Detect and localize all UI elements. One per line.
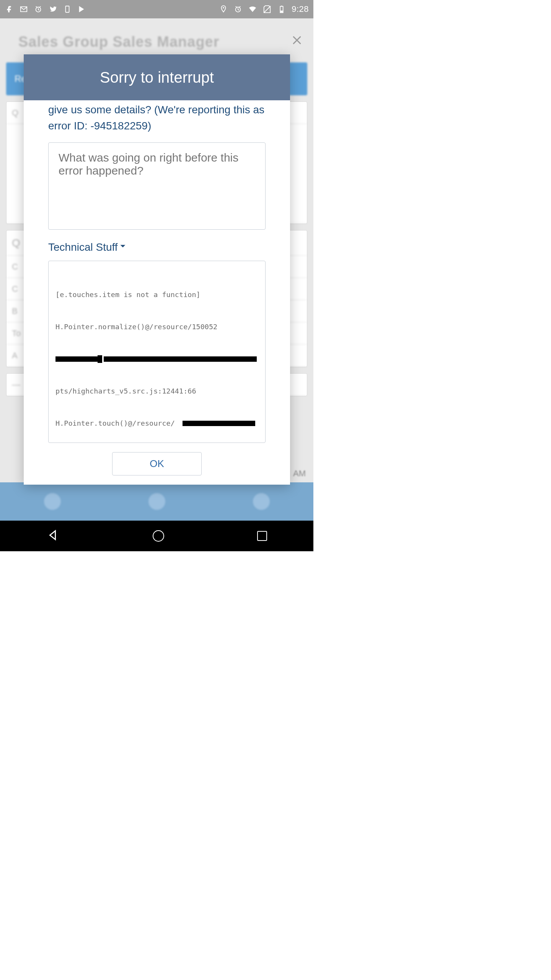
wifi-icon <box>248 5 257 14</box>
redaction-bar <box>55 356 98 362</box>
bp-bottom-icon <box>44 493 61 510</box>
stack-line: pts/highcharts_v5.src.js:12441:66 <box>55 387 196 395</box>
stack-line: H.Pointer.touch()@/resource/ <box>55 419 175 427</box>
technical-stuff-label: Technical Stuff <box>48 241 118 253</box>
bp-bottom-icon <box>253 493 270 510</box>
status-right: 9:28 <box>219 4 309 14</box>
chevron-down-icon <box>118 241 128 254</box>
close-icon[interactable] <box>291 34 303 46</box>
svg-rect-5 <box>280 11 283 13</box>
location-icon <box>219 5 228 14</box>
feedback-input[interactable] <box>48 142 266 230</box>
svg-point-2 <box>223 7 224 9</box>
bp-header-text: Sales Group Sales Manager <box>18 34 220 50</box>
modal-body: give us some details? (We're reporting t… <box>24 100 290 485</box>
modal-title: Sorry to interrupt <box>24 54 290 100</box>
facebook-icon <box>5 5 14 14</box>
technical-details-box[interactable]: [e.touches.item is not a function] H.Poi… <box>48 261 266 443</box>
battery-icon <box>277 5 286 14</box>
google-play-icon <box>77 5 86 14</box>
redaction-bar <box>183 421 255 426</box>
android-nav-bar <box>0 521 313 551</box>
status-time: 9:28 <box>292 4 309 14</box>
technical-stuff-toggle[interactable]: Technical Stuff <box>48 241 266 254</box>
stack-line: [e.touches.item is not a function] <box>55 291 201 299</box>
alarm-icon <box>34 5 43 14</box>
twitter-icon <box>48 5 57 14</box>
bp-bottom-icon <box>148 493 165 510</box>
redaction-bar <box>104 356 257 362</box>
bp-timestamp: AM <box>293 469 306 479</box>
mail-icon <box>19 5 28 14</box>
home-button[interactable] <box>153 530 164 542</box>
ok-button[interactable]: OK <box>112 452 202 475</box>
recents-button[interactable] <box>257 531 267 541</box>
svg-rect-1 <box>65 6 69 13</box>
alarm-set-icon <box>233 5 243 14</box>
svg-rect-4 <box>281 6 282 7</box>
back-button[interactable] <box>47 529 60 543</box>
android-status-bar: 9:28 <box>0 0 313 18</box>
no-sim-icon <box>262 5 272 14</box>
error-modal: Sorry to interrupt give us some details?… <box>24 54 290 485</box>
bp-bottom-bar <box>0 482 313 521</box>
error-description: give us some details? (We're reporting t… <box>48 102 266 134</box>
phone-portrait-icon <box>63 5 72 14</box>
redaction-bar <box>98 355 102 363</box>
status-left <box>5 5 86 14</box>
stack-line: H.Pointer.normalize()@/resource/150052 <box>55 323 217 331</box>
